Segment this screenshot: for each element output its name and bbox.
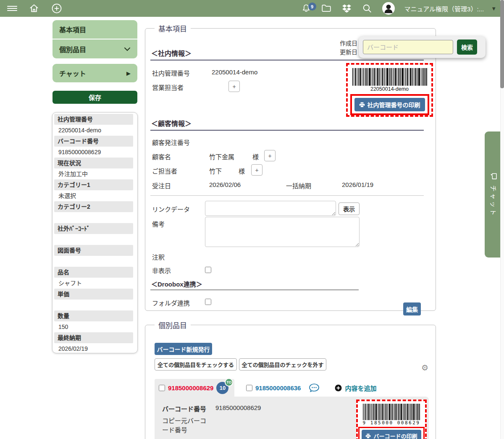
internal-info-heading: ＜社内情報＞: [151, 48, 192, 58]
add-contact-button[interactable]: +: [251, 164, 262, 176]
scrollbar-track[interactable]: [500, 0, 504, 439]
order-date-value: 2026/02/06: [209, 181, 241, 188]
printer-icon: [365, 434, 371, 439]
divider: [150, 195, 424, 196]
summary-label: バーコード番号: [54, 136, 133, 147]
summary-value: 外注加工中: [52, 168, 137, 179]
print-highlight-box: バーコードの印刷: [358, 427, 424, 439]
check-all-button[interactable]: 全ての個別品目をチェックする: [155, 358, 237, 371]
barcode-search-input[interactable]: [363, 40, 453, 54]
droobox-heading: ＜Droobox連携＞: [151, 279, 202, 288]
print-highlight-box: 社内管理番号の印刷: [350, 94, 429, 115]
add-content-link[interactable]: 内容を追加: [335, 384, 376, 392]
print-mgmt-no-label: 社内管理番号の印刷: [368, 100, 420, 109]
chat-tab-label: チャット: [489, 185, 498, 217]
print-barcode-label: バーコードの印刷: [373, 432, 417, 439]
mgmt-no-value: 22050014-demo: [212, 68, 257, 76]
sidebar-item-basic[interactable]: 基本項目: [52, 20, 137, 39]
save-button[interactable]: 保存: [52, 91, 137, 104]
note-label: 注釈: [152, 252, 165, 261]
sidebar-item-items[interactable]: 個別品目: [52, 39, 137, 58]
notifications-bell-icon[interactable]: 9: [301, 3, 311, 13]
badge-tag: TO: [225, 378, 233, 386]
user-avatar[interactable]: [382, 2, 395, 15]
customer-po-label: 顧客発注番号: [152, 138, 190, 147]
add-new-icon[interactable]: [51, 3, 63, 14]
summary-label: 最終納期: [54, 332, 133, 343]
summary-value: [52, 300, 137, 310]
basic-section-title: 基本項目: [155, 23, 191, 34]
item-count-badge: 10 TO: [216, 382, 228, 394]
order-date-label: 受注日: [152, 181, 171, 190]
customer-info-heading: ＜顧客情報＞: [151, 118, 192, 128]
mgmt-no-barcode-block: 22050014-demo 社内管理番号の印刷: [346, 63, 433, 117]
items-section-title: 個別品目: [155, 320, 191, 330]
record-dates: 作成日 更新日: [340, 39, 357, 57]
uncheck-all-button[interactable]: 全ての個別品目のチェックを外す: [239, 358, 326, 371]
item-tabs: 9185000008629 10 TO 9185000008636 内容を追加: [155, 379, 376, 397]
link-data-input[interactable]: [205, 201, 336, 216]
hidden-checkbox[interactable]: [205, 267, 211, 273]
folder-link-label: フォルダ連携: [152, 298, 190, 307]
customer-name-label: 顧客名: [152, 152, 171, 161]
chevron-down-icon: [124, 47, 131, 51]
item-code[interactable]: 9185000008629: [168, 384, 213, 392]
barcode-caption: 22050014-demo: [370, 86, 409, 92]
comment-bubble-icon[interactable]: [309, 383, 320, 392]
print-barcode-button[interactable]: バーコードの印刷: [362, 430, 421, 439]
item-checkbox[interactable]: [246, 385, 252, 391]
plus-circle-icon: [335, 384, 342, 392]
show-link-button[interactable]: 表示: [339, 202, 360, 215]
hamburger-menu-icon[interactable]: [7, 5, 17, 12]
item-tab-active[interactable]: 9185000008629 10 TO: [155, 379, 234, 397]
updated-date-label: 更新日: [340, 48, 357, 57]
summary-label: カテゴリー2: [54, 201, 133, 212]
chat-bubble-icon: [490, 172, 498, 180]
barcode-image: [363, 404, 420, 420]
summary-value: シャフト: [52, 278, 137, 289]
folder-link-checkbox[interactable]: [205, 299, 211, 305]
search-icon[interactable]: [362, 3, 373, 14]
honorific-label: 様: [239, 166, 245, 175]
item-code[interactable]: 9185000008636: [255, 384, 301, 392]
sidebar-item-label: 個別品目: [59, 44, 86, 54]
gear-icon[interactable]: ⚙: [421, 363, 428, 372]
summary-label: 数量: [54, 310, 133, 321]
folder-icon[interactable]: [321, 3, 332, 14]
chevron-down-icon[interactable]: ▼: [491, 5, 496, 12]
sales-rep-label: 営業担当者: [152, 83, 184, 92]
print-mgmt-no-button[interactable]: 社内管理番号の印刷: [354, 98, 425, 111]
item-barcode-block: 9 185000 008629 バーコードの印刷: [356, 400, 427, 439]
search-button[interactable]: 検索: [457, 39, 477, 55]
divider: [150, 60, 424, 60]
divider: [150, 289, 359, 290]
sidebar-item-label: 基本項目: [59, 24, 86, 34]
summary-value: 未選択: [52, 190, 137, 201]
hidden-label: 非表示: [152, 266, 171, 275]
summary-label: 社外ﾊﾞｰｺｰﾄﾞ: [54, 223, 133, 234]
edit-button[interactable]: 編集: [403, 302, 421, 315]
barcode-search-popover: 検索: [359, 36, 486, 58]
chat-side-tab[interactable]: チャット: [485, 131, 502, 258]
new-barcode-button[interactable]: バーコード新規発行: [155, 343, 212, 355]
add-customer-button[interactable]: +: [264, 150, 276, 161]
memo-label: 備考: [152, 219, 165, 228]
chevron-right-icon: ▶: [126, 70, 131, 76]
summary-label: 図面番号: [54, 245, 133, 256]
home-icon[interactable]: [29, 3, 39, 14]
barcode-no-label: バーコード番号: [162, 404, 206, 413]
summary-value: 22050014-demo: [52, 125, 137, 136]
batch-due-value: 2026/01/19: [342, 181, 373, 188]
divider: [150, 130, 424, 131]
item-tab[interactable]: 9185000008636: [242, 379, 324, 397]
item-summary-panel: 社内管理番号 22050014-demo バーコード番号 91850000086…: [52, 112, 138, 353]
memo-input[interactable]: [205, 217, 360, 247]
item-checkbox[interactable]: [159, 385, 165, 391]
summary-value: 2026/02/19: [52, 343, 137, 353]
scrollbar-thumb[interactable]: [500, 0, 504, 88]
summary-label: 社内管理番号: [54, 114, 133, 125]
add-sales-rep-button[interactable]: +: [228, 81, 240, 92]
sidebar-item-chat[interactable]: チャット ▶: [52, 64, 137, 82]
dropbox-icon[interactable]: [341, 3, 352, 14]
user-menu-label[interactable]: マニュアル権限（管理3）:...: [404, 4, 484, 13]
